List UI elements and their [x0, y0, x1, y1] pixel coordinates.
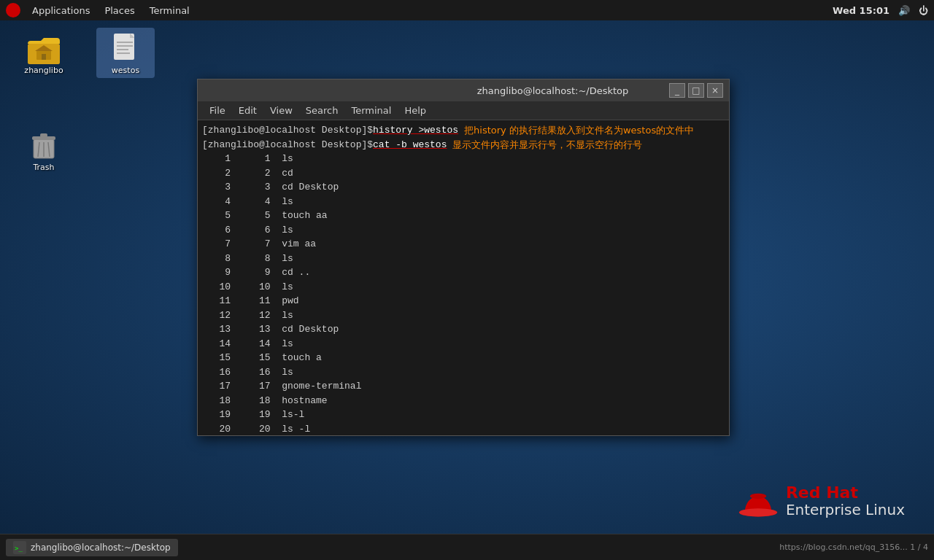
output-line: 9 9 cd ..	[202, 265, 725, 280]
output-line: 11 11 pwd	[202, 294, 725, 308]
terminal-menu-search[interactable]: Search	[300, 104, 344, 117]
output-line: 13 13 cd Desktop	[202, 322, 725, 337]
terminal-menu-help[interactable]: Help	[398, 104, 432, 117]
redhat-brand-text: Red Hat Enterprise Linux	[786, 484, 905, 518]
topbar-places[interactable]: Places	[97, 4, 142, 18]
svg-point-18	[750, 494, 766, 499]
terminal-menu-view[interactable]: View	[264, 104, 298, 117]
taskbar-terminal-label: zhanglibo@localhost:~/Desktop	[31, 542, 171, 553]
cmd1-text: history >westos	[373, 123, 458, 138]
command-line-1: [zhanglibo@localhost Desktop]$ history >…	[202, 123, 725, 138]
cmd2-annotation: 显示文件内容并显示行号，不显示空行的行号	[452, 138, 642, 152]
output-line: 5 5 touch aa	[202, 209, 725, 223]
output-line: 19 19 ls-l	[202, 408, 725, 422]
desktop-icon-westos[interactable]: westos	[96, 28, 155, 78]
svg-rect-3	[42, 54, 46, 60]
output-line: 18 18 hostname	[202, 394, 725, 408]
redhat-logo: Red Hat Enterprise Linux	[738, 483, 905, 519]
desktop: zhanglibo westos Trash	[0, 20, 934, 534]
trash-icon	[26, 128, 61, 163]
output-line: 16 16 ls	[202, 365, 725, 380]
cmd2-text: cat -b westos	[373, 138, 447, 152]
topbar-terminal[interactable]: Terminal	[142, 4, 197, 18]
terminal-menu-file[interactable]: File	[204, 104, 231, 117]
terminal-menubar: File Edit View Search Terminal Help	[198, 101, 729, 120]
output-lines: 1 1 ls 2 2 cd 3 3 cd Desktop 4 4 ls 5 5 …	[202, 152, 725, 435]
taskbar-terminal-item[interactable]: >_ zhanglibo@localhost:~/Desktop	[6, 539, 178, 556]
terminal-close-button[interactable]: ×	[707, 83, 723, 98]
terminal-window: zhanglibo@localhost:~/Desktop _ □ × File…	[197, 79, 730, 436]
westos-file-label: westos	[112, 66, 139, 75]
redhat-hat-icon	[738, 483, 779, 519]
power-icon[interactable]: ⏻	[919, 5, 928, 16]
prompt-2: [zhanglibo@localhost Desktop]$	[202, 138, 373, 152]
command-line-2: [zhanglibo@localhost Desktop]$ cat -b we…	[202, 138, 725, 152]
output-line: 14 14 ls	[202, 337, 725, 351]
taskbar-terminal-icon: >_	[13, 541, 26, 554]
terminal-maximize-button[interactable]: □	[688, 83, 704, 98]
output-line: 10 10 ls	[202, 280, 725, 295]
output-line: 3 3 cd Desktop	[202, 180, 725, 195]
output-line: 20 20 ls -l	[202, 422, 725, 436]
output-line: 7 7 vim aa	[202, 237, 725, 252]
terminal-body[interactable]: [zhanglibo@localhost Desktop]$ history >…	[198, 120, 729, 435]
clock: Wed 15:01	[833, 5, 889, 16]
desktop-icon-trash[interactable]: Trash	[15, 125, 73, 175]
output-line: 12 12 ls	[202, 308, 725, 323]
taskbar: >_ zhanglibo@localhost:~/Desktop https:/…	[0, 534, 934, 560]
terminal-title: zhanglibo@localhost:~/Desktop	[436, 85, 669, 96]
output-line: 2 2 cd	[202, 166, 725, 181]
home-folder-icon	[26, 31, 61, 66]
redhat-icon	[6, 3, 20, 18]
cmd1-annotation: 把history 的执行结果放入到文件名为westos的文件中	[464, 123, 694, 138]
topbar: Applications Places Terminal Wed 15:01 🔊…	[0, 0, 934, 20]
output-line: 8 8 ls	[202, 252, 725, 266]
taskbar-right-text: https://blog.csdn.net/qq_3156... 1 / 4	[779, 542, 928, 552]
output-line: 17 17 gnome-terminal	[202, 379, 725, 394]
output-line: 15 15 touch a	[202, 351, 725, 365]
topbar-applications[interactable]: Applications	[25, 4, 97, 18]
desktop-icon-home[interactable]: zhanglibo	[15, 28, 73, 78]
prompt-1: [zhanglibo@localhost Desktop]$	[202, 123, 373, 138]
home-folder-label: zhanglibo	[24, 66, 63, 75]
output-line: 1 1 ls	[202, 152, 725, 166]
svg-text:>_: >_	[15, 545, 23, 552]
output-line: 4 4 ls	[202, 195, 725, 209]
terminal-menu-edit[interactable]: Edit	[233, 104, 263, 117]
trash-label: Trash	[33, 163, 54, 172]
svg-rect-12	[40, 133, 47, 137]
terminal-titlebar: zhanglibo@localhost:~/Desktop _ □ ×	[198, 79, 729, 101]
redhat-name: Red Hat	[786, 484, 905, 502]
volume-icon[interactable]: 🔊	[898, 5, 910, 16]
terminal-menu-terminal[interactable]: Terminal	[345, 104, 397, 117]
terminal-controls: _ □ ×	[669, 83, 723, 98]
output-line: 6 6 ls	[202, 223, 725, 238]
redhat-product: Enterprise Linux	[786, 502, 905, 518]
terminal-minimize-button[interactable]: _	[669, 83, 685, 98]
westos-file-icon	[108, 31, 143, 66]
svg-point-17	[739, 508, 777, 516]
